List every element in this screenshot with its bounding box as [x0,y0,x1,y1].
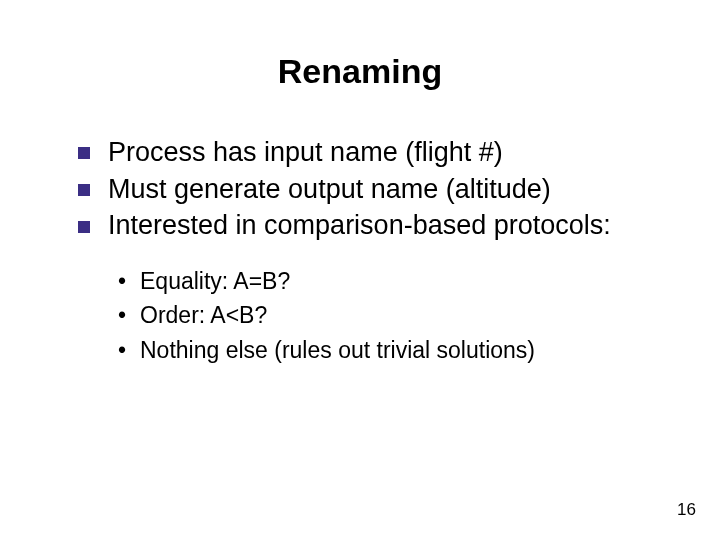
bullet-item: Must generate output name (altitude) [78,172,650,207]
slide: Renaming Process has input name (flight … [0,0,720,540]
sub-bullet-item: Nothing else (rules out trivial solution… [118,334,650,367]
square-bullet-icon [78,221,90,233]
sub-bullet-item: Order: A<B? [118,299,650,332]
page-number: 16 [677,500,696,520]
main-bullet-list: Process has input name (flight #) Must g… [70,135,650,243]
bullet-item: Interested in comparison-based protocols… [78,208,650,243]
sub-bullet-text: Nothing else (rules out trivial solution… [140,337,535,363]
bullet-text: Must generate output name (altitude) [108,174,551,204]
bullet-text: Interested in comparison-based protocols… [108,210,611,240]
bullet-item: Process has input name (flight #) [78,135,650,170]
sub-bullet-item: Equality: A=B? [118,265,650,298]
square-bullet-icon [78,184,90,196]
sub-bullet-list: Equality: A=B? Order: A<B? Nothing else … [70,265,650,367]
sub-bullet-text: Order: A<B? [140,302,267,328]
slide-title: Renaming [70,52,650,91]
sub-bullet-text: Equality: A=B? [140,268,290,294]
bullet-text: Process has input name (flight #) [108,137,503,167]
square-bullet-icon [78,147,90,159]
